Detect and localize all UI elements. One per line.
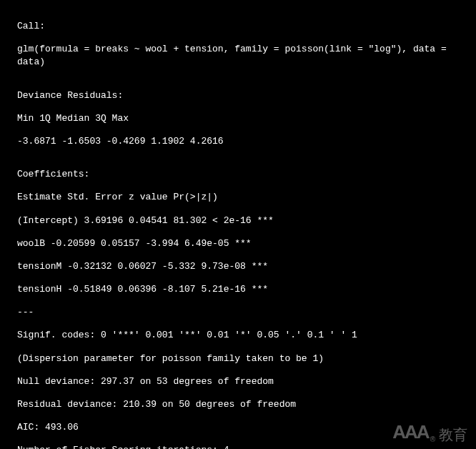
watermark-cn: 教育: [439, 425, 467, 445]
deviance-labels: Min 1Q Median 3Q Max: [17, 112, 459, 125]
coefficients-columns: Estimate Std. Error z value Pr(>|z|): [17, 191, 459, 204]
coef-tensionm: tensionM -0.32132 0.06027 -5.332 9.73e-0…: [17, 260, 459, 273]
glm-formula: glm(formula = breaks ~ wool + tension, f…: [17, 43, 459, 69]
dispersion-param: (Dispersion parameter for poisson family…: [17, 352, 459, 365]
coef-intercept: (Intercept) 3.69196 0.04541 81.302 < 2e-…: [17, 214, 459, 227]
call-header: Call:: [17, 20, 459, 33]
fisher-iterations: Number of Fisher Scoring iterations: 4: [17, 444, 459, 449]
deviance-values: -3.6871 -1.6503 -0.4269 1.1902 4.2616: [17, 135, 459, 148]
coefficients-header: Coefficients:: [17, 168, 459, 181]
separator: ---: [17, 306, 459, 319]
blank-gap: [17, 79, 459, 89]
null-deviance: Null deviance: 297.37 on 53 degrees of f…: [17, 375, 459, 388]
blank-gap: [17, 158, 459, 168]
signif-codes: Signif. codes: 0 '***' 0.001 '**' 0.01 '…: [17, 329, 459, 342]
watermark: AAA® 教育: [392, 419, 467, 445]
coef-woolb: woolB -0.20599 0.05157 -3.994 6.49e-05 *…: [17, 237, 459, 250]
residual-deviance: Residual deviance: 210.39 on 50 degrees …: [17, 398, 459, 411]
coef-tensionh: tensionH -0.51849 0.06396 -8.107 5.21e-1…: [17, 283, 459, 296]
deviance-header: Deviance Residuals:: [17, 89, 459, 102]
watermark-logo: AAA: [392, 419, 428, 445]
registered-icon: ®: [430, 435, 435, 445]
